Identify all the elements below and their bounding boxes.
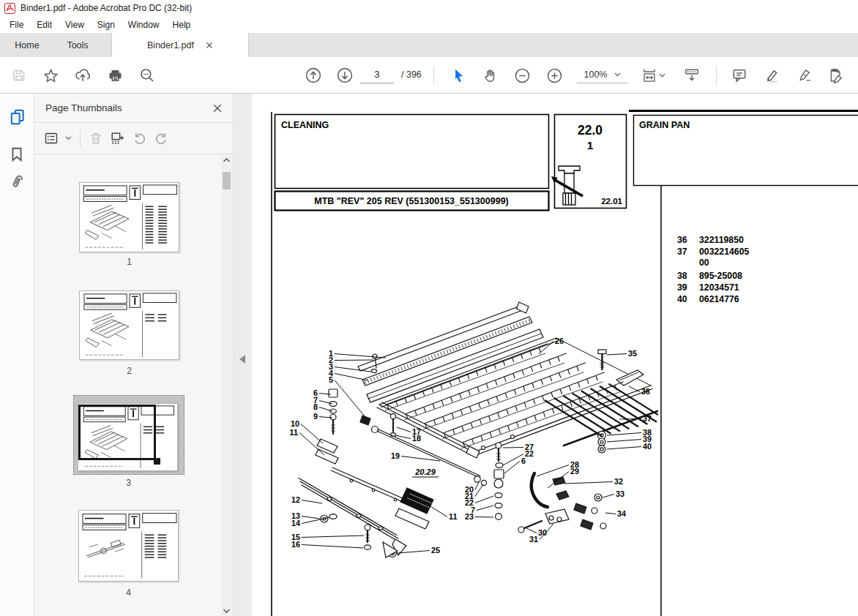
svg-text:8: 8 — [313, 402, 318, 411]
svg-text:10: 10 — [291, 419, 299, 428]
tab-document[interactable]: Binder1.pdf — [111, 33, 249, 57]
highlight-button[interactable] — [759, 62, 784, 89]
panel-title: Page Thumbnails — [45, 102, 122, 113]
comment-button[interactable] — [727, 62, 752, 89]
tab-tools[interactable]: Tools — [54, 33, 101, 57]
svg-text:12: 12 — [291, 495, 300, 504]
zoom-out-icon — [514, 67, 531, 84]
zoom-level-dropdown[interactable]: 100% — [577, 66, 628, 83]
insert-pages-icon[interactable] — [110, 131, 125, 146]
panel-scrollbar[interactable] — [221, 155, 232, 616]
star-icon — [43, 68, 59, 83]
svg-text:40: 40 — [677, 294, 687, 304]
delete-pages-icon[interactable] — [89, 131, 103, 146]
page-number-input[interactable]: 3 — [360, 66, 394, 83]
hand-icon — [482, 67, 498, 83]
attachments-panel-button[interactable] — [9, 174, 26, 192]
fit-width-icon — [641, 67, 665, 83]
page-up-icon — [305, 67, 322, 84]
toolbar-collapse-button[interactable] — [679, 62, 704, 89]
collapse-panel-icon[interactable] — [239, 355, 245, 364]
document-canvas[interactable]: CLEANING MTB "REV" 205 REV (551300153_55… — [252, 94, 858, 616]
model-line: MTB "REV" 205 REV (551300153_551300999) — [314, 196, 509, 206]
menu-bar: FileEditViewSignWindowHelp — [0, 16, 858, 33]
page-fit-button[interactable] — [636, 62, 670, 89]
page-thumbnails-panel-button[interactable] — [9, 108, 26, 126]
next-page-button[interactable] — [332, 62, 357, 89]
thumbnail-label[interactable]: 3 — [78, 478, 179, 488]
svg-text:29: 29 — [570, 467, 579, 476]
thumbnail-page-1[interactable] — [79, 182, 179, 252]
close-icon[interactable] — [206, 42, 213, 49]
previous-page-button[interactable] — [301, 62, 326, 89]
panel-header: Page Thumbnails — [34, 94, 233, 123]
thumbnail-label[interactable]: 1 — [79, 257, 179, 267]
sign-button[interactable] — [791, 62, 816, 89]
svg-text:38: 38 — [677, 271, 687, 281]
menu-item-help[interactable]: Help — [166, 18, 198, 32]
menu-item-window[interactable]: Window — [122, 18, 166, 32]
document-tab-label: Binder1.pdf — [147, 40, 194, 50]
thumbnail-page-4[interactable] — [78, 510, 179, 582]
acrobat-app-icon — [4, 3, 15, 14]
toolbar-separator — [716, 66, 717, 85]
thumbnail-image — [80, 183, 179, 252]
svg-text:00: 00 — [699, 258, 709, 268]
scroll-up-icon[interactable] — [221, 157, 232, 164]
svg-text:14: 14 — [291, 519, 300, 527]
share-upload-button[interactable] — [70, 62, 95, 89]
scrollbar-thumb[interactable] — [223, 172, 231, 189]
svg-text:31: 31 — [529, 535, 538, 544]
title-bar: Binder1.pdf - Adobe Acrobat Pro DC (32-b… — [0, 0, 858, 16]
svg-text:18: 18 — [412, 434, 421, 443]
star-button[interactable] — [38, 62, 63, 89]
menu-item-sign[interactable]: Sign — [91, 18, 122, 32]
parts-list: 363221198503700322146050038895-250083912… — [677, 235, 750, 304]
section-sub-number: 1 — [587, 139, 594, 151]
svg-text:6: 6 — [521, 457, 526, 465]
page-view-indicator[interactable] — [78, 405, 156, 460]
window-title: Binder1.pdf - Adobe Acrobat Pro DC (32-b… — [20, 3, 192, 13]
menu-item-edit[interactable]: Edit — [30, 18, 59, 32]
chevron-down-icon — [614, 72, 621, 77]
svg-text:32: 32 — [614, 477, 623, 486]
comment-icon — [731, 67, 747, 83]
svg-text:11: 11 — [290, 428, 298, 437]
svg-text:37: 37 — [677, 247, 687, 257]
search-button[interactable] — [135, 62, 160, 89]
rotate-counterclockwise-icon[interactable] — [132, 131, 147, 146]
thumbnail-page-2[interactable] — [79, 290, 179, 360]
close-icon[interactable] — [213, 104, 222, 113]
options-menu-icon[interactable] — [44, 131, 59, 146]
group-title: GRAIN PAN — [639, 120, 690, 130]
reference-note: 20.29 — [414, 467, 436, 476]
select-tool-button[interactable] — [446, 62, 471, 89]
print-button[interactable] — [102, 62, 127, 89]
svg-text:34: 34 — [617, 509, 626, 518]
highlighter-icon — [764, 67, 780, 83]
thumbnail-label[interactable]: 2 — [79, 366, 179, 376]
rotate-clockwise-icon[interactable] — [154, 131, 169, 146]
thumbnail-page-3-selected[interactable] — [74, 396, 184, 474]
section-title: CLEANING — [281, 120, 329, 130]
thumbnail-label[interactable]: 4 — [78, 587, 179, 598]
hand-tool-button[interactable] — [477, 62, 502, 89]
bookmarks-panel-button[interactable] — [9, 146, 26, 164]
scroll-down-icon[interactable] — [221, 607, 232, 615]
panel-resize-gutter[interactable] — [233, 94, 252, 616]
svg-text:16: 16 — [291, 540, 300, 549]
document-edit-icon — [828, 67, 844, 83]
page-down-icon — [336, 67, 354, 84]
tab-home[interactable]: Home — [0, 33, 54, 57]
save-button[interactable] — [7, 62, 31, 89]
zoom-in-button[interactable] — [542, 62, 567, 89]
zoom-out-button[interactable] — [510, 62, 534, 89]
fill-sign-export-button[interactable] — [824, 62, 848, 89]
chevron-down-icon[interactable] — [65, 136, 72, 140]
menu-item-file[interactable]: File — [3, 18, 30, 32]
menu-item-view[interactable]: View — [59, 18, 91, 32]
section-code: 22.01 — [601, 197, 622, 206]
printer-icon — [108, 68, 123, 83]
view-resize-handle[interactable] — [154, 458, 160, 465]
toolbar-separator — [433, 66, 434, 85]
